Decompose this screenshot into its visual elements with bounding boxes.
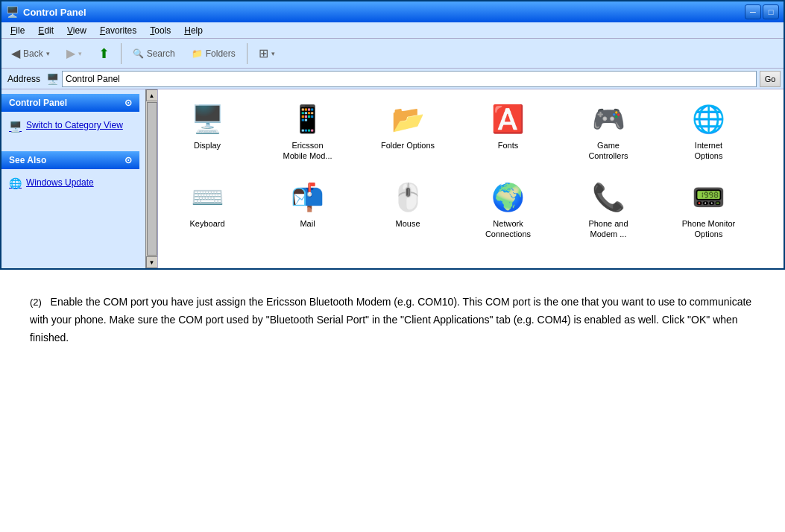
cp-icon-label-3: Fonts	[498, 140, 519, 151]
back-button[interactable]: ◀ Back ▾	[4, 43, 57, 63]
cp-icon-label-5: Internet Options	[695, 140, 723, 162]
up-button[interactable]: ⬆	[92, 42, 116, 65]
window-icon: 🖥️	[6, 6, 19, 18]
cp-icon-img-8: 🖱️	[390, 180, 426, 215]
cp-icon-label-1: Ericsson Mobile Mod...	[283, 140, 332, 162]
forward-button[interactable]: ▶ ▾	[60, 43, 89, 63]
title-bar-left: 🖥️ Control Panel	[6, 6, 86, 18]
cp-icon-img-6: ⌨️	[189, 180, 225, 215]
cp-icon-label-8: Mouse	[395, 218, 420, 229]
windows-update-icon: 🌐	[9, 177, 22, 191]
instruction-number: (2)	[30, 297, 42, 308]
back-arrow-icon: ▾	[46, 50, 50, 57]
cp-icon-label-10: Phone and Modem ...	[588, 218, 628, 240]
cp-icon-phone-and-modem[interactable]: 📞Phone and Modem ...	[571, 174, 646, 246]
cp-icon-img-5: 🌐	[691, 101, 727, 137]
menu-bar: File Edit View Favorites Tools Help	[1, 22, 784, 39]
cp-icon-ericsson-mobile-mod...[interactable]: 📱Ericsson Mobile Mod...	[271, 95, 345, 168]
cp-icon-label-7: Mail	[300, 218, 315, 229]
cp-icon-label-11: Phone Monitor Options	[682, 218, 736, 240]
see-also-body: 🌐 Windows Update	[1, 169, 139, 199]
views-arrow-icon: ▾	[271, 50, 275, 57]
cp-icon-network-connections[interactable]: 🌍Network Connections	[471, 174, 546, 246]
window-title: Control Panel	[23, 7, 86, 18]
cp-icon-display[interactable]: 🖥️Display	[170, 95, 245, 168]
toolbar-separator-2	[247, 43, 248, 64]
cp-icon-img-3: 🅰️	[491, 101, 526, 137]
see-also-collapse-icon[interactable]: ⊙	[124, 155, 132, 165]
see-also-header: See Also ⊙	[1, 151, 139, 169]
cp-icon-img-2: 📂	[390, 101, 426, 137]
instruction-text: (2) Enable the COM port you have just as…	[30, 294, 755, 346]
cp-icon-img-9: 🌍	[491, 180, 526, 215]
search-button[interactable]: 🔍 Search	[126, 45, 182, 62]
toolbar: ◀ Back ▾ ▶ ▾ ⬆ 🔍 Search 📁 Folders ⊞ ▾	[1, 39, 784, 69]
views-button[interactable]: ⊞ ▾	[252, 43, 282, 63]
address-input[interactable]: Control Panel	[62, 71, 757, 87]
collapse-icon[interactable]: ⊙	[124, 98, 132, 108]
menu-view[interactable]: View	[61, 24, 92, 37]
address-cp-icon: 🖥️	[46, 73, 59, 85]
address-label: Address	[4, 74, 43, 84]
window-controls: ─ □	[745, 4, 779, 19]
cp-icon-img-10: 📞	[590, 180, 626, 215]
instruction-area: (2) Enable the COM port you have just as…	[0, 270, 785, 370]
cp-icon-fonts[interactable]: 🅰️Fonts	[471, 95, 546, 168]
views-icon: ⊞	[259, 46, 268, 60]
cp-icon-img-7: 📬	[290, 180, 326, 215]
menu-tools[interactable]: Tools	[144, 24, 177, 37]
control-panel-body: 🖥️ Switch to Category View	[1, 112, 139, 142]
control-panel-section: Control Panel ⊙ 🖥️ Switch to Category Vi…	[1, 89, 157, 147]
folders-button[interactable]: 📁 Folders	[185, 45, 242, 62]
address-bar: Address 🖥️ Control Panel Go	[1, 69, 784, 89]
cp-icon-mail[interactable]: 📬Mail	[271, 174, 345, 246]
main-content: ▲ ▼ Control Panel ⊙ 🖥️ Switch to Categor…	[1, 89, 784, 268]
cp-icon-label-4: Game Controllers	[588, 140, 628, 162]
scrollbar[interactable]: ▲ ▼	[145, 89, 157, 268]
cp-icon-game-controllers[interactable]: 🎮Game Controllers	[571, 95, 646, 168]
cp-icon-internet-options[interactable]: 🌐Internet Options	[672, 95, 746, 168]
forward-arrow-icon: ▾	[78, 50, 82, 57]
title-bar: 🖥️ Control Panel ─ □	[1, 1, 784, 22]
scroll-up-button[interactable]: ▲	[146, 89, 158, 101]
control-panel-header: Control Panel ⊙	[1, 94, 139, 112]
windows-update-link[interactable]: 🌐 Windows Update	[9, 175, 94, 193]
cp-icon-img-1: 📱	[290, 101, 326, 137]
scroll-thumb[interactable]	[147, 102, 157, 256]
see-also-section: See Also ⊙ 🌐 Windows Update	[1, 147, 157, 203]
cp-icon-label-2: Folder Options	[381, 140, 435, 151]
maximize-button[interactable]: □	[763, 4, 779, 19]
up-icon: ⬆	[98, 45, 110, 62]
cp-icon-mouse[interactable]: 🖱️Mouse	[371, 174, 445, 246]
category-icon: 🖥️	[9, 120, 22, 135]
cp-icon-img-0: 🖥️	[189, 101, 225, 137]
scroll-down-button[interactable]: ▼	[146, 256, 158, 268]
back-icon: ◀	[11, 46, 20, 60]
folders-icon: 📁	[192, 48, 203, 59]
menu-help[interactable]: Help	[178, 24, 209, 37]
minimize-button[interactable]: ─	[745, 4, 761, 19]
control-panel-window: 🖥️ Control Panel ─ □ File Edit View Favo…	[0, 0, 785, 270]
cp-icon-label-6: Keyboard	[189, 218, 224, 229]
icons-area: 🖥️Display📱Ericsson Mobile Mod...📂Folder …	[158, 89, 784, 268]
toolbar-separator	[121, 43, 122, 64]
menu-edit[interactable]: Edit	[32, 24, 60, 37]
switch-category-link[interactable]: 🖥️ Switch to Category View	[9, 118, 132, 136]
cp-icon-label-9: Network Connections	[485, 218, 531, 240]
menu-favorites[interactable]: Favorites	[94, 24, 142, 37]
address-go-button[interactable]: Go	[760, 71, 781, 87]
cp-icon-label-0: Display	[194, 140, 221, 151]
cp-icon-img-11: 📟	[691, 180, 727, 215]
cp-icon-keyboard[interactable]: ⌨️Keyboard	[170, 174, 245, 246]
menu-file[interactable]: File	[4, 24, 31, 37]
cp-icon-phone-monitor-options[interactable]: 📟Phone Monitor Options	[672, 174, 746, 246]
cp-icon-img-4: 🎮	[590, 101, 626, 137]
cp-icon-folder-options[interactable]: 📂Folder Options	[371, 95, 445, 168]
search-icon: 🔍	[133, 48, 144, 59]
left-panel: ▲ ▼ Control Panel ⊙ 🖥️ Switch to Categor…	[1, 89, 158, 268]
forward-icon: ▶	[66, 46, 75, 60]
